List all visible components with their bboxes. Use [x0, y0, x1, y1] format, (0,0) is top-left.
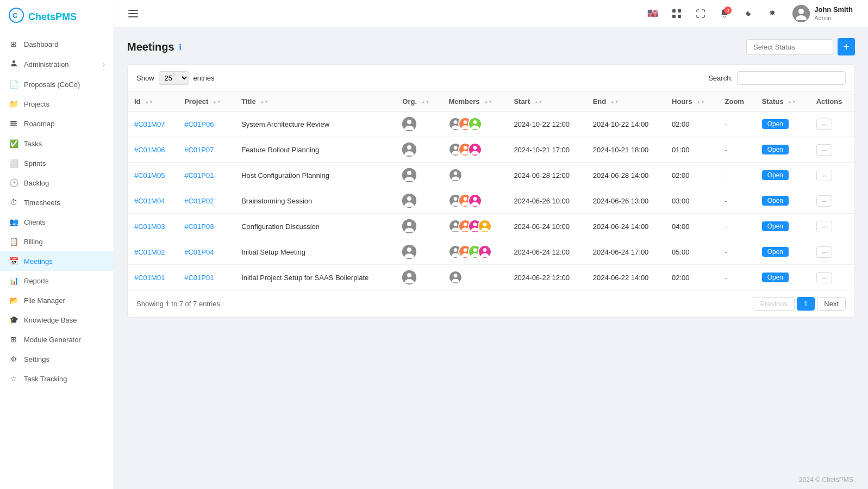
notification-btn[interactable]: 0	[716, 5, 733, 22]
action-menu-button[interactable]: ···	[816, 144, 832, 156]
svg-point-46	[454, 222, 458, 226]
meeting-org	[396, 163, 442, 188]
flag-btn[interactable]: 🇺🇸	[645, 5, 661, 22]
sidebar-item-task-tracking[interactable]: ☆ Task Tracking	[0, 369, 114, 388]
module-generator-icon: ⊞	[9, 335, 18, 344]
sidebar-item-knowledge-base[interactable]: 🎓 Knowledge Base	[0, 310, 114, 330]
action-menu-button[interactable]: ···	[816, 170, 832, 181]
apps-btn[interactable]	[669, 5, 685, 22]
col-title[interactable]: Title ▲▼	[235, 92, 396, 112]
sidebar-item-projects[interactable]: 📁 Projects	[0, 94, 114, 114]
meeting-hours: 04:00	[665, 214, 719, 239]
content: Meetings ℹ + Show 10 25 50 100	[114, 27, 868, 471]
meeting-org	[396, 188, 442, 214]
page-info-icon[interactable]: ℹ	[179, 42, 182, 51]
prev-button[interactable]: Previous	[753, 297, 795, 311]
sidebar-item-clients[interactable]: 👥 Clients	[0, 212, 114, 232]
action-menu-button[interactable]: ···	[816, 195, 832, 207]
col-project[interactable]: Project ▲▼	[178, 92, 235, 112]
next-button[interactable]: Next	[817, 297, 846, 311]
sidebar-item-billing[interactable]: 📋 Billing	[0, 232, 114, 251]
sidebar-item-settings[interactable]: ⚙ Settings	[0, 349, 114, 369]
meeting-id-link[interactable]: #C01M01	[134, 274, 165, 282]
col-org[interactable]: Org. ▲▼	[396, 92, 442, 112]
project-link[interactable]: #C01P06	[184, 120, 214, 128]
action-menu-button[interactable]: ···	[816, 119, 832, 130]
sidebar-item-reports[interactable]: 📊 Reports	[0, 271, 114, 290]
page-1-button[interactable]: 1	[797, 297, 815, 311]
col-id[interactable]: Id ▲▼	[128, 92, 178, 112]
meeting-zoom: -	[719, 112, 755, 137]
search-area: Search:	[708, 71, 846, 85]
action-menu-button[interactable]: ···	[816, 272, 832, 283]
meeting-title: Initial Setup Meeting	[235, 239, 396, 265]
sidebar-item-timesheets[interactable]: ⏱ Timesheets	[0, 193, 114, 212]
sidebar-item-sprints[interactable]: ⬜ Sprints	[0, 153, 114, 173]
meeting-hours: 01:00	[665, 137, 719, 163]
sidebar-item-label: Clients	[24, 218, 46, 226]
svg-point-62	[483, 248, 487, 252]
svg-point-14	[798, 9, 804, 14]
svg-point-54	[407, 247, 411, 252]
search-input[interactable]	[737, 71, 846, 85]
sidebar-item-administration[interactable]: Administration ›	[0, 54, 114, 75]
project-link[interactable]: #C01P03	[184, 222, 214, 231]
meeting-end: 2024-06-24 14:00	[586, 214, 665, 239]
sidebar-item-proposals[interactable]: 📄 Proposals (CoCo)	[0, 75, 114, 94]
table-row: #C01M03#C01P03Configuration Discussion20…	[128, 214, 854, 239]
entries-select[interactable]: 10 25 50 100	[159, 71, 189, 85]
add-meeting-button[interactable]: +	[838, 38, 855, 55]
sidebar-item-dashboard[interactable]: ⊞ Dashboard	[0, 34, 114, 54]
action-menu-button[interactable]: ···	[816, 221, 832, 232]
svg-point-20	[464, 120, 467, 124]
fullscreen-btn[interactable]	[692, 5, 709, 22]
billing-icon: 📋	[9, 237, 18, 246]
sidebar-item-file-manager[interactable]: 📂 File Manager	[0, 290, 114, 310]
sidebar-item-label: Timesheets	[24, 199, 60, 207]
meeting-zoom: -	[719, 137, 755, 163]
action-menu-button[interactable]: ···	[816, 246, 832, 258]
col-members[interactable]: Members ▲▼	[442, 92, 507, 112]
col-status[interactable]: Status ▲▼	[755, 92, 810, 112]
user-menu[interactable]: John Smith Admin	[788, 3, 857, 24]
sidebar-item-roadmap[interactable]: Roadmap	[0, 114, 114, 134]
col-hours[interactable]: Hours ▲▼	[665, 92, 719, 112]
menu-toggle[interactable]	[125, 5, 141, 22]
sidebar-item-module-generator[interactable]: ⊞ Module Generator	[0, 330, 114, 349]
sidebar-item-label: Sprints	[24, 159, 46, 168]
settings-btn[interactable]	[764, 5, 780, 22]
reports-icon: 📊	[9, 276, 18, 285]
sidebar-item-label: Meetings	[24, 257, 53, 265]
sidebar-item-label: Tasks	[24, 140, 42, 148]
theme-toggle[interactable]	[740, 5, 757, 22]
col-start[interactable]: Start ▲▼	[507, 92, 586, 112]
timesheets-icon: ⏱	[9, 198, 18, 207]
meeting-id-link[interactable]: #C01M06	[134, 146, 165, 154]
project-link[interactable]: #C01P02	[184, 197, 214, 205]
svg-point-66	[454, 274, 458, 277]
meeting-id-link[interactable]: #C01M02	[134, 248, 165, 256]
sidebar-item-tasks[interactable]: ✅ Tasks	[0, 134, 114, 153]
sidebar-item-meetings[interactable]: 📅 Meetings	[0, 251, 114, 271]
sidebar-item-backlog[interactable]: 🕐 Backlog	[0, 173, 114, 193]
project-link[interactable]: #C01P01	[184, 274, 214, 282]
search-label: Search:	[708, 74, 733, 82]
meeting-zoom: -	[719, 188, 755, 214]
sidebar-item-label: Settings	[24, 355, 49, 363]
project-link[interactable]: #C01P04	[184, 248, 214, 256]
meeting-zoom: -	[719, 239, 755, 265]
svg-point-60	[473, 248, 477, 252]
col-end[interactable]: End ▲▼	[586, 92, 665, 112]
meeting-id-link[interactable]: #C01M04	[134, 197, 165, 205]
select-status-input[interactable]	[746, 39, 833, 55]
svg-rect-10	[678, 9, 681, 13]
meeting-id-link[interactable]: #C01M05	[134, 171, 165, 179]
project-link[interactable]: #C01P07	[184, 146, 214, 154]
meeting-id-link[interactable]: #C01M07	[134, 120, 165, 128]
meeting-id-link[interactable]: #C01M03	[134, 222, 165, 231]
user-name: John Smith	[814, 5, 853, 15]
meeting-start: 2024-06-28 12:00	[507, 163, 586, 188]
col-zoom: Zoom	[719, 92, 755, 112]
svg-rect-6	[128, 10, 138, 11]
project-link[interactable]: #C01P01	[184, 171, 214, 179]
